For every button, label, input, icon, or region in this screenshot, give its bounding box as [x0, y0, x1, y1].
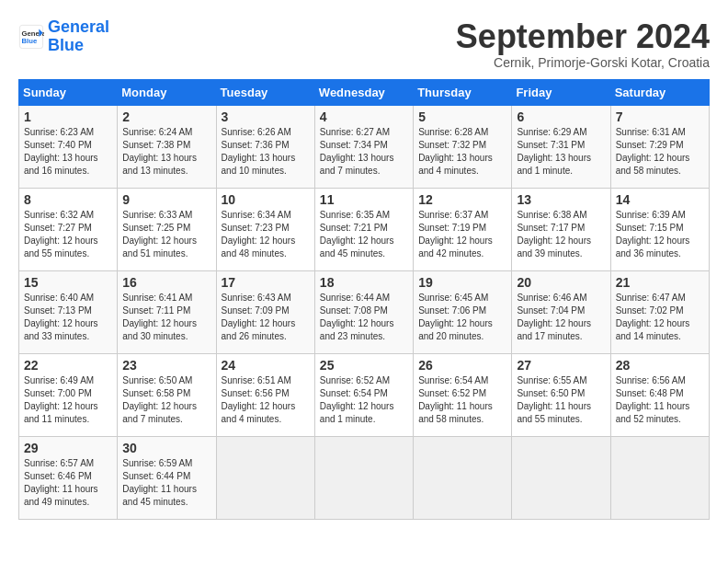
table-row: 17 Sunrise: 6:43 AM Sunset: 7:09 PM Dayl…: [216, 270, 314, 353]
table-row: 11 Sunrise: 6:35 AM Sunset: 7:21 PM Dayl…: [314, 188, 413, 270]
table-row: 20 Sunrise: 6:46 AM Sunset: 7:04 PM Dayl…: [512, 270, 610, 353]
day-number: 25: [320, 358, 408, 373]
day-info: Sunrise: 6:33 AM Sunset: 7:25 PM Dayligh…: [122, 209, 210, 260]
day-number: 1: [24, 109, 112, 124]
day-info: Sunrise: 6:29 AM Sunset: 7:31 PM Dayligh…: [517, 126, 605, 178]
calendar-header: Sunday Monday Tuesday Wednesday Thursday…: [19, 79, 710, 105]
day-info: Sunrise: 6:26 AM Sunset: 7:36 PM Dayligh…: [222, 126, 310, 178]
table-row: 28 Sunrise: 6:56 AM Sunset: 6:48 PM Dayl…: [610, 353, 709, 436]
day-info: Sunrise: 6:59 AM Sunset: 6:44 PM Dayligh…: [122, 457, 210, 509]
table-row: 15 Sunrise: 6:40 AM Sunset: 7:13 PM Dayl…: [19, 270, 118, 353]
day-info: Sunrise: 6:52 AM Sunset: 6:54 PM Dayligh…: [320, 374, 408, 426]
day-number: 8: [24, 192, 112, 207]
day-info: Sunrise: 6:49 AM Sunset: 7:00 PM Dayligh…: [24, 374, 112, 426]
table-row: 18 Sunrise: 6:44 AM Sunset: 7:08 PM Dayl…: [314, 270, 413, 353]
calendar-table: Sunday Monday Tuesday Wednesday Thursday…: [18, 79, 710, 520]
svg-text:Blue: Blue: [22, 37, 38, 45]
col-tuesday: Tuesday: [216, 79, 314, 105]
table-row: 29 Sunrise: 6:57 AM Sunset: 6:46 PM Dayl…: [19, 436, 118, 519]
day-number: 22: [24, 358, 112, 373]
table-row: 1 Sunrise: 6:23 AM Sunset: 7:40 PM Dayli…: [19, 105, 118, 188]
day-info: Sunrise: 6:40 AM Sunset: 7:13 PM Dayligh…: [24, 292, 112, 343]
day-info: Sunrise: 6:50 AM Sunset: 6:58 PM Dayligh…: [122, 374, 210, 426]
table-row: 6 Sunrise: 6:29 AM Sunset: 7:31 PM Dayli…: [512, 105, 610, 188]
table-row: 24 Sunrise: 6:51 AM Sunset: 6:56 PM Dayl…: [216, 353, 314, 436]
day-info: Sunrise: 6:46 AM Sunset: 7:04 PM Dayligh…: [517, 292, 605, 343]
day-number: 24: [222, 358, 310, 373]
table-row: [314, 436, 413, 519]
day-info: Sunrise: 6:31 AM Sunset: 7:29 PM Dayligh…: [616, 126, 704, 178]
table-row: 27 Sunrise: 6:55 AM Sunset: 6:50 PM Dayl…: [512, 353, 610, 436]
logo-text: GeneralBlue: [48, 18, 109, 55]
day-info: Sunrise: 6:37 AM Sunset: 7:19 PM Dayligh…: [418, 209, 506, 260]
day-info: Sunrise: 6:34 AM Sunset: 7:23 PM Dayligh…: [222, 209, 310, 260]
day-info: Sunrise: 6:43 AM Sunset: 7:09 PM Dayligh…: [222, 292, 310, 343]
table-row: 30 Sunrise: 6:59 AM Sunset: 6:44 PM Dayl…: [118, 436, 216, 519]
day-number: 30: [122, 441, 210, 455]
logo-icon: General Blue: [18, 24, 44, 50]
day-number: 17: [222, 275, 310, 290]
day-number: 28: [616, 358, 704, 373]
day-number: 3: [222, 109, 310, 124]
col-thursday: Thursday: [414, 79, 512, 105]
col-friday: Friday: [512, 79, 610, 105]
day-info: Sunrise: 6:23 AM Sunset: 7:40 PM Dayligh…: [24, 126, 112, 178]
day-number: 18: [320, 275, 408, 290]
day-number: 7: [616, 109, 704, 124]
month-title: September 2024: [456, 18, 710, 55]
page-header: General Blue GeneralBlue September 2024 …: [18, 18, 710, 70]
table-row: 5 Sunrise: 6:28 AM Sunset: 7:32 PM Dayli…: [414, 105, 512, 188]
col-saturday: Saturday: [610, 79, 709, 105]
day-number: 6: [517, 109, 605, 124]
day-number: 27: [517, 358, 605, 373]
day-info: Sunrise: 6:38 AM Sunset: 7:17 PM Dayligh…: [517, 209, 605, 260]
day-number: 4: [320, 109, 408, 124]
day-info: Sunrise: 6:54 AM Sunset: 6:52 PM Dayligh…: [418, 374, 506, 426]
table-row: 22 Sunrise: 6:49 AM Sunset: 7:00 PM Dayl…: [19, 353, 118, 436]
table-row: 9 Sunrise: 6:33 AM Sunset: 7:25 PM Dayli…: [118, 188, 216, 270]
table-row: 4 Sunrise: 6:27 AM Sunset: 7:34 PM Dayli…: [314, 105, 413, 188]
day-info: Sunrise: 6:57 AM Sunset: 6:46 PM Dayligh…: [24, 457, 112, 509]
day-info: Sunrise: 6:27 AM Sunset: 7:34 PM Dayligh…: [320, 126, 408, 178]
day-number: 21: [616, 275, 704, 290]
day-number: 29: [24, 441, 112, 455]
table-row: [512, 436, 610, 519]
title-area: September 2024 Cernik, Primorje-Gorski K…: [456, 18, 710, 70]
table-row: 16 Sunrise: 6:41 AM Sunset: 7:11 PM Dayl…: [118, 270, 216, 353]
table-row: 3 Sunrise: 6:26 AM Sunset: 7:36 PM Dayli…: [216, 105, 314, 188]
day-info: Sunrise: 6:28 AM Sunset: 7:32 PM Dayligh…: [418, 126, 506, 178]
col-monday: Monday: [118, 79, 216, 105]
day-info: Sunrise: 6:41 AM Sunset: 7:11 PM Dayligh…: [122, 292, 210, 343]
day-info: Sunrise: 6:44 AM Sunset: 7:08 PM Dayligh…: [320, 292, 408, 343]
day-info: Sunrise: 6:39 AM Sunset: 7:15 PM Dayligh…: [616, 209, 704, 260]
calendar-body: 1 Sunrise: 6:23 AM Sunset: 7:40 PM Dayli…: [19, 105, 710, 519]
table-row: [216, 436, 314, 519]
table-row: 7 Sunrise: 6:31 AM Sunset: 7:29 PM Dayli…: [610, 105, 709, 188]
day-number: 15: [24, 275, 112, 290]
table-row: 19 Sunrise: 6:45 AM Sunset: 7:06 PM Dayl…: [414, 270, 512, 353]
day-info: Sunrise: 6:56 AM Sunset: 6:48 PM Dayligh…: [616, 374, 704, 426]
day-info: Sunrise: 6:35 AM Sunset: 7:21 PM Dayligh…: [320, 209, 408, 260]
table-row: 10 Sunrise: 6:34 AM Sunset: 7:23 PM Dayl…: [216, 188, 314, 270]
table-row: 8 Sunrise: 6:32 AM Sunset: 7:27 PM Dayli…: [19, 188, 118, 270]
day-info: Sunrise: 6:45 AM Sunset: 7:06 PM Dayligh…: [418, 292, 506, 343]
logo: General Blue GeneralBlue: [18, 18, 109, 55]
col-sunday: Sunday: [19, 79, 118, 105]
day-number: 14: [616, 192, 704, 207]
table-row: 12 Sunrise: 6:37 AM Sunset: 7:19 PM Dayl…: [414, 188, 512, 270]
day-info: Sunrise: 6:32 AM Sunset: 7:27 PM Dayligh…: [24, 209, 112, 260]
table-row: 2 Sunrise: 6:24 AM Sunset: 7:38 PM Dayli…: [118, 105, 216, 188]
day-number: 23: [122, 358, 210, 373]
location: Cernik, Primorje-Gorski Kotar, Croatia: [456, 55, 710, 70]
table-row: 21 Sunrise: 6:47 AM Sunset: 7:02 PM Dayl…: [610, 270, 709, 353]
col-wednesday: Wednesday: [314, 79, 413, 105]
table-row: 23 Sunrise: 6:50 AM Sunset: 6:58 PM Dayl…: [118, 353, 216, 436]
day-number: 20: [517, 275, 605, 290]
day-number: 11: [320, 192, 408, 207]
day-number: 5: [418, 109, 506, 124]
table-row: 13 Sunrise: 6:38 AM Sunset: 7:17 PM Dayl…: [512, 188, 610, 270]
day-number: 26: [418, 358, 506, 373]
day-info: Sunrise: 6:55 AM Sunset: 6:50 PM Dayligh…: [517, 374, 605, 426]
day-info: Sunrise: 6:47 AM Sunset: 7:02 PM Dayligh…: [616, 292, 704, 343]
table-row: 26 Sunrise: 6:54 AM Sunset: 6:52 PM Dayl…: [414, 353, 512, 436]
